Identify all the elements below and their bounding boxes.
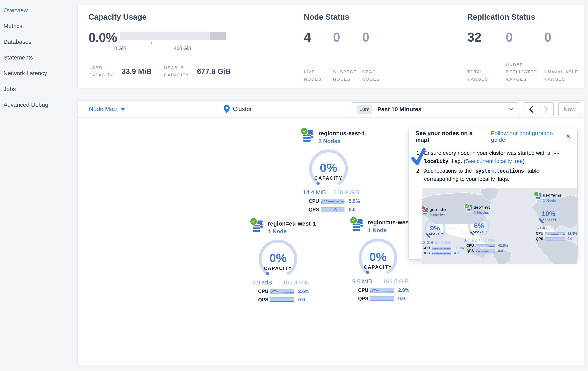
locality-nodes-link[interactable]: 2 Nodes	[430, 213, 469, 217]
capacity-gauge: 6%CAPACITY	[466, 215, 492, 238]
locality-header: geo=nyc2 Nodes	[466, 205, 513, 215]
sidebar-item-jobs[interactable]: Jobs	[3, 81, 77, 97]
locality-nodes-link[interactable]: 1 Node	[368, 227, 413, 234]
healthy-check-icon	[534, 191, 539, 197]
sidebar-item-network-latency[interactable]: Network Latency	[3, 65, 77, 81]
unavailable-ranges-label: UNAVAILABLE RANGES	[544, 68, 582, 83]
cpu-sparkline	[321, 199, 345, 204]
used-capacity: 3.7 GiB	[464, 238, 477, 242]
capacity-gauge: 9%CAPACITY	[422, 217, 448, 240]
capacity-word: CAPACITY	[355, 264, 401, 270]
qps-value: 0.0	[349, 207, 356, 212]
capacity-percent: 0%	[355, 251, 401, 263]
capacity-percent: 9%	[422, 225, 448, 231]
locality-name: region=us-east-1	[318, 130, 363, 137]
capacity-percent: 10%	[536, 210, 561, 217]
locality-header: region=us-east-12 Nodes	[303, 130, 363, 145]
total-capacity: 338.9 GiB	[333, 189, 359, 196]
time-prev-button[interactable]	[524, 103, 539, 116]
configuration-guide-link[interactable]: Follow our configuration guide	[491, 130, 566, 143]
view-selector-dropdown[interactable]: Node Map	[89, 101, 125, 117]
toolbar-divider	[346, 102, 347, 116]
locality-header: geo=ams1 Node	[536, 193, 577, 203]
cpu-row: CPU12.3%	[536, 232, 577, 236]
node-map-toolbar: Node Map Cluster 10m Past 10 Minutes No	[78, 101, 585, 118]
cpu-sparkline	[545, 232, 565, 235]
dead-nodes-metric: 0 DEAD NODES	[362, 31, 391, 83]
capacity-bar-track	[120, 32, 226, 40]
cpu-label: CPU	[309, 198, 321, 204]
cpu-value: 5.5%	[349, 198, 360, 204]
qps-label: QPS	[358, 296, 370, 301]
live-nodes-metric: 4 LIVE NODES	[304, 31, 333, 83]
used-capacity: 14.4 MiB	[303, 189, 326, 196]
sidebar-nav: OverviewMetricsDatabasesStatementsNetwor…	[0, 0, 77, 113]
chevron-down-icon	[121, 108, 125, 111]
sidebar-item-databases[interactable]: Databases	[3, 34, 77, 50]
capacity-percent: 6%	[466, 222, 492, 229]
time-range-label: Past 10 Minutes	[377, 106, 421, 113]
sidebar-item-advanced-debug[interactable]: Advanced Debug	[3, 97, 77, 113]
chevron-down-icon	[508, 108, 514, 111]
sidebar-item-overview[interactable]: Overview	[3, 2, 77, 18]
close-icon[interactable]: ✕	[566, 133, 571, 140]
qps-sparkline	[545, 237, 565, 240]
under-replicated-ranges-value: 0	[506, 31, 544, 43]
step-text: flag. (	[450, 158, 465, 164]
under-replicated-ranges-metric: 0 UNDER-REPLICATED RANGES	[506, 31, 544, 83]
cpu-sparkline	[370, 288, 394, 293]
total-ranges-label: TOTAL RANGES	[467, 68, 505, 83]
capacity-values: 14.4 MiB338.9 GiB	[303, 189, 359, 196]
sidebar: OverviewMetricsDatabasesStatementsNetwor…	[0, 0, 77, 371]
capacity-percent: 0%	[305, 162, 352, 174]
total-capacity: 169.5 GiB	[383, 278, 409, 285]
capacity-values: 3.6 GiB34.4 GiB	[533, 226, 564, 230]
step-number: 2.	[416, 167, 421, 175]
capacity-values: 9.6 MiB169.5 GiB	[352, 278, 409, 285]
breadcrumb[interactable]: Cluster	[224, 101, 252, 117]
used-capacity: 9.9 MiB	[252, 279, 272, 286]
capacity-gauge: 0%CAPACITY	[305, 148, 352, 189]
popup-step: 1.Ensure every node in your cluster was …	[415, 149, 571, 165]
time-next-button[interactable]	[539, 103, 554, 116]
locality-header: region=eu-west-11 Node	[252, 220, 313, 235]
total-capacity: 35.1 GiB	[435, 240, 451, 245]
capacity-values: 3.7 GiB65.7 GiB	[464, 238, 495, 242]
locality-nodes-link[interactable]: 1 Node	[268, 228, 313, 235]
locality-nodes-link[interactable]: 2 Nodes	[473, 210, 513, 215]
locality-name: region=us-west-1	[368, 219, 413, 226]
locality-nodes-link[interactable]: 2 Nodes	[318, 138, 363, 144]
locality-name: geo=sfo	[430, 207, 469, 212]
sidebar-item-statements[interactable]: Statements	[3, 50, 77, 65]
locality-name: geo=ams	[543, 193, 577, 197]
replication-status-section: Replication Status 32 TOTAL RANGES 0 UND…	[467, 13, 583, 83]
capacity-percent: 0.0%	[88, 31, 120, 44]
capacity-gauge: 0%CAPACITY	[255, 238, 301, 279]
capacity-word: CAPACITY	[466, 230, 492, 233]
locality-gauge: geo=nyc2 Nodes6%CAPACITY3.7 GiB65.7 GiBC…	[466, 205, 513, 253]
popup-header: See your nodes on a map! Follow our conf…	[409, 129, 577, 144]
time-range-dropdown[interactable]: 10m Past 10 Minutes	[352, 102, 519, 116]
breadcrumb-label: Cluster	[233, 106, 252, 113]
capacity-gauge: 0%CAPACITY	[355, 237, 401, 278]
used-capacity-label: USED CAPACITY	[88, 64, 118, 79]
cpu-label: CPU	[466, 244, 476, 248]
cpu-label: CPU	[258, 289, 270, 294]
used-capacity-value: 33.9 MiB	[122, 67, 152, 76]
capacity-values: 9.9 MiB169.4 GiB	[252, 279, 309, 286]
now-button[interactable]: Now	[558, 102, 581, 116]
dead-nodes-label: DEAD NODES	[362, 68, 385, 83]
total-capacity: 65.7 GiB	[479, 238, 495, 242]
qps-row: QPS4.7	[422, 251, 469, 255]
total-ranges-metric: 32 TOTAL RANGES	[467, 31, 506, 83]
locality-labels: region=us-east-12 Nodes	[318, 130, 363, 144]
locality-tree-link[interactable]: See current locality tree	[465, 158, 523, 164]
popup-title: See your nodes on a map!	[415, 130, 485, 143]
suspect-nodes-label: SUSPECT NODES	[333, 68, 356, 83]
qps-value: 0.0	[567, 237, 572, 241]
sidebar-item-metrics[interactable]: Metrics	[3, 18, 77, 34]
dead-nodes-value: 0	[362, 31, 391, 43]
qps-row: QPS0.0	[303, 207, 363, 212]
locality-nodes-link[interactable]: 1 Node	[543, 198, 577, 203]
cpu-sparkline	[432, 247, 451, 250]
